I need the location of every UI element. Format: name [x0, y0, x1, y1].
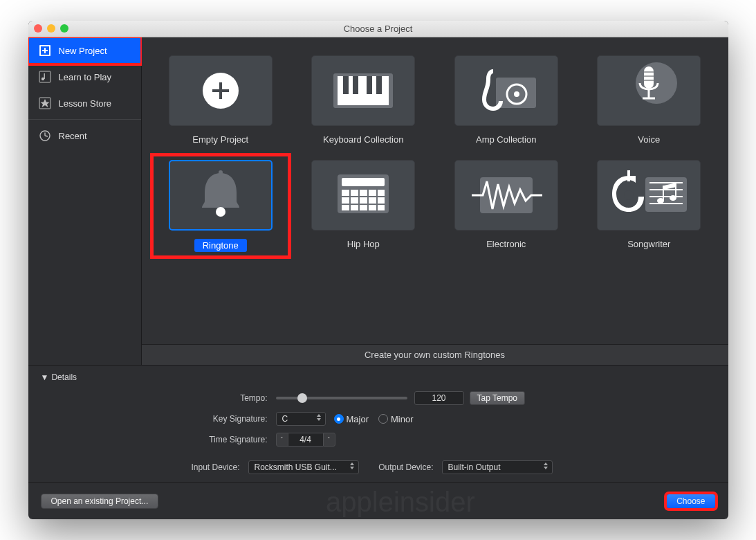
- project-card-hiphop[interactable]: Hip Hop: [299, 160, 427, 252]
- project-card-label: Keyboard Collection: [323, 134, 403, 145]
- project-card-label: Electronic: [486, 239, 526, 249]
- minor-label: Minor: [391, 414, 414, 424]
- body: New Project Learn to Play Lesson Store R: [28, 37, 728, 365]
- time-row: Time Signature: ˅ 4/4 ˄: [41, 429, 716, 450]
- time-sig-up[interactable]: ˄: [323, 433, 335, 447]
- svg-rect-44: [378, 197, 385, 204]
- svg-rect-61: [627, 170, 630, 181]
- time-label: Time Signature:: [41, 435, 276, 444]
- svg-rect-46: [351, 205, 358, 210]
- project-card-voice[interactable]: Voice: [585, 55, 713, 145]
- project-card-label: Songwriter: [627, 239, 670, 249]
- svg-marker-8: [40, 99, 49, 107]
- output-device-select[interactable]: Built-in Output: [442, 460, 553, 474]
- titlebar: Choose a Project: [28, 21, 728, 37]
- watermark: appleinsider: [326, 487, 475, 518]
- svg-rect-57: [663, 186, 664, 201]
- zoom-icon[interactable]: [60, 24, 68, 33]
- key-select[interactable]: C: [276, 412, 326, 426]
- sidebar-item-lesson-store[interactable]: Lesson Store: [28, 90, 141, 116]
- project-card-label: Hip Hop: [347, 239, 380, 249]
- project-card-electronic[interactable]: Electronic: [443, 160, 571, 252]
- device-row: Input Device: Rocksmith USB Guit... Outp…: [41, 457, 716, 478]
- sidebar-separator: [28, 119, 141, 120]
- guitar-notes-icon: [597, 160, 701, 231]
- input-device-select[interactable]: Rocksmith USB Guit...: [248, 460, 359, 474]
- learn-icon: [38, 70, 52, 84]
- chevron-down-icon: ▼: [41, 372, 49, 382]
- project-card-empty[interactable]: Empty Project: [157, 55, 285, 145]
- description-bar: Create your own custom Ringtones: [142, 344, 728, 365]
- project-grid-area: Empty Project Keyboard Collection: [142, 37, 728, 344]
- time-sig-down[interactable]: ˅: [276, 433, 288, 447]
- key-value: C: [282, 414, 288, 424]
- svg-rect-34: [342, 178, 385, 186]
- input-device-label: Input Device:: [41, 462, 248, 472]
- choose-button[interactable]: Choose: [666, 494, 715, 509]
- project-card-label: Amp Collection: [476, 134, 536, 145]
- project-grid: Empty Project Keyboard Collection: [157, 55, 713, 252]
- close-icon[interactable]: [34, 24, 42, 33]
- project-card-songwriter[interactable]: Songwriter: [585, 160, 713, 252]
- svg-rect-20: [376, 76, 382, 94]
- tempo-slider-knob[interactable]: [297, 393, 307, 403]
- sidebar-item-recent[interactable]: Recent: [28, 123, 141, 149]
- key-row: Key Signature: C Major Minor: [41, 408, 716, 429]
- svg-line-11: [45, 136, 48, 136]
- tempo-row: Tempo: 120 Tap Tempo: [41, 388, 716, 408]
- time-sig-value[interactable]: 4/4: [288, 433, 323, 447]
- project-card-label: Empty Project: [192, 134, 248, 145]
- details-toggle[interactable]: ▼ Details: [41, 372, 716, 382]
- new-project-icon: [38, 44, 52, 57]
- svg-rect-40: [342, 197, 349, 204]
- svg-point-24: [636, 62, 677, 104]
- sidebar-item-learn-to-play[interactable]: Learn to Play: [28, 64, 141, 90]
- project-card-keyboard[interactable]: Keyboard Collection: [299, 55, 427, 145]
- svg-rect-49: [378, 205, 385, 210]
- sidebar-item-label: New Project: [59, 46, 107, 56]
- svg-rect-43: [369, 197, 376, 204]
- empty-project-icon: [169, 55, 273, 126]
- footer: Open an existing Project... appleinsider…: [28, 482, 728, 519]
- microphone-icon: [597, 55, 701, 126]
- star-icon: [38, 96, 52, 110]
- svg-rect-17: [343, 76, 349, 94]
- tempo-value[interactable]: 120: [414, 391, 464, 405]
- project-card-amp[interactable]: Amp Collection: [443, 55, 571, 145]
- tempo-slider[interactable]: [276, 397, 407, 399]
- svg-rect-19: [367, 76, 372, 94]
- sidebar-item-label: Learn to Play: [59, 72, 112, 82]
- svg-rect-39: [378, 190, 385, 196]
- tap-tempo-button[interactable]: Tap Tempo: [470, 391, 525, 405]
- sidebar-item-new-project[interactable]: New Project: [28, 37, 141, 64]
- svg-rect-18: [353, 76, 358, 94]
- window-title: Choose a Project: [344, 24, 413, 34]
- svg-rect-45: [342, 205, 349, 210]
- svg-rect-48: [369, 205, 376, 210]
- major-radio[interactable]: [334, 414, 344, 424]
- svg-rect-25: [644, 66, 654, 89]
- description-text: Create your own custom Ringtones: [365, 350, 505, 360]
- sidebar-item-label: Recent: [59, 131, 87, 141]
- svg-point-31: [216, 207, 225, 217]
- output-device-label: Output Device:: [359, 462, 442, 472]
- tempo-label: Tempo:: [41, 393, 276, 403]
- svg-rect-4: [39, 71, 50, 82]
- svg-rect-35: [342, 190, 349, 196]
- project-card-label: Voice: [638, 134, 660, 145]
- sidebar: New Project Learn to Play Lesson Store R: [28, 37, 142, 365]
- waveform-icon: [454, 160, 558, 231]
- minimize-icon[interactable]: [47, 24, 55, 33]
- svg-rect-14: [219, 82, 222, 99]
- svg-rect-47: [360, 205, 367, 210]
- amp-icon: [454, 55, 558, 126]
- project-card-ringtone[interactable]: Ringtone: [154, 157, 288, 255]
- major-label: Major: [347, 414, 369, 424]
- minor-radio[interactable]: [378, 414, 388, 424]
- main: Empty Project Keyboard Collection: [142, 37, 728, 365]
- svg-point-60: [624, 190, 634, 200]
- details-panel: ▼ Details Tempo: 120 Tap Tempo Key Signa…: [28, 365, 728, 482]
- project-chooser-window: Choose a Project New Project Learn to Pl…: [28, 21, 728, 519]
- open-existing-button[interactable]: Open an existing Project...: [41, 494, 159, 509]
- svg-point-32: [219, 170, 223, 174]
